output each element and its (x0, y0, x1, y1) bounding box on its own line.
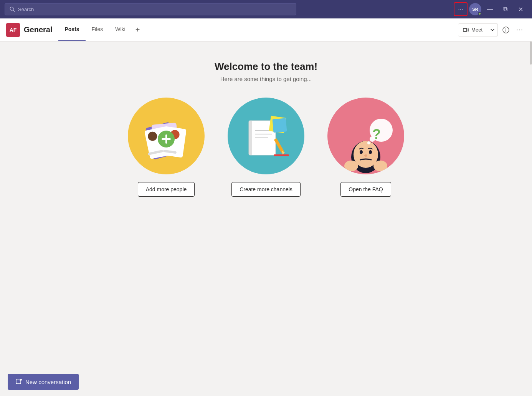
add-more-people-button[interactable]: Add more people (138, 182, 195, 197)
channel-name: General (24, 25, 52, 34)
channel-tabs: Posts Files Wiki + (58, 18, 144, 41)
svg-point-36 (367, 141, 370, 144)
card-create-channels: Create more channels (228, 98, 304, 197)
video-icon (463, 27, 469, 33)
tab-files[interactable]: Files (86, 18, 109, 41)
svg-point-5 (506, 28, 506, 29)
svg-rect-2 (463, 28, 467, 31)
team-icon: AF (6, 23, 20, 37)
close-button[interactable]: ✕ (514, 2, 527, 16)
channel-more-button[interactable]: ··· (514, 24, 526, 36)
add-tab-button[interactable]: + (132, 24, 144, 36)
welcome-section: Welcome to the team! Here are some thing… (128, 41, 404, 206)
search-placeholder: Search (18, 7, 34, 12)
channel-header: AF General Posts Files Wiki + Meet (0, 18, 532, 41)
online-status-dot (478, 12, 481, 15)
info-icon (502, 27, 509, 33)
welcome-subtitle: Here are some things to get going... (220, 76, 312, 82)
meet-button[interactable]: Meet (458, 24, 487, 36)
info-button[interactable] (500, 24, 512, 36)
new-conversation-label: New conversation (25, 379, 71, 385)
card-add-people: Add more people (128, 98, 205, 197)
new-conversation-button[interactable]: New conversation (8, 374, 79, 390)
create-more-channels-button[interactable]: Create more channels (231, 182, 301, 197)
cards-row: Add more people (128, 98, 404, 197)
card-faq: ? Open the FAQ (327, 98, 404, 197)
scrollbar[interactable] (530, 41, 532, 65)
chevron-down-icon (490, 28, 495, 32)
create-channels-illustration (228, 98, 304, 174)
svg-point-33 (373, 161, 387, 171)
restore-button[interactable]: ⧉ (498, 2, 512, 16)
add-people-illustration (128, 98, 205, 174)
compose-icon (15, 378, 22, 385)
title-bar: Search ··· SR — ⧉ ✕ (0, 0, 532, 18)
header-actions: Meet ··· (458, 23, 526, 36)
svg-point-31 (364, 154, 367, 157)
new-conversation-bar: New conversation (0, 368, 532, 396)
svg-rect-26 (274, 154, 289, 156)
tab-posts[interactable]: Posts (58, 18, 85, 41)
user-avatar-button[interactable]: SR (469, 3, 481, 15)
svg-text:?: ? (372, 126, 381, 142)
svg-point-30 (369, 150, 372, 154)
welcome-title: Welcome to the team! (215, 61, 317, 73)
svg-rect-38 (16, 379, 21, 384)
meet-dropdown-button[interactable] (487, 24, 498, 36)
svg-rect-23 (273, 118, 287, 133)
search-icon (10, 7, 15, 12)
faq-illustration: ? (327, 98, 404, 174)
main-content: Welcome to the team! Here are some thing… (0, 41, 532, 396)
more-options-button[interactable]: ··· (454, 2, 468, 16)
svg-rect-18 (249, 121, 252, 155)
title-bar-actions: ··· SR — ⧉ ✕ (454, 2, 527, 16)
svg-point-32 (344, 161, 358, 171)
minimize-button[interactable]: — (483, 2, 497, 16)
tab-wiki[interactable]: Wiki (109, 18, 131, 41)
svg-point-29 (360, 150, 363, 154)
open-faq-button[interactable]: Open the FAQ (340, 182, 391, 197)
search-bar[interactable]: Search (5, 3, 296, 15)
svg-line-1 (13, 10, 15, 12)
